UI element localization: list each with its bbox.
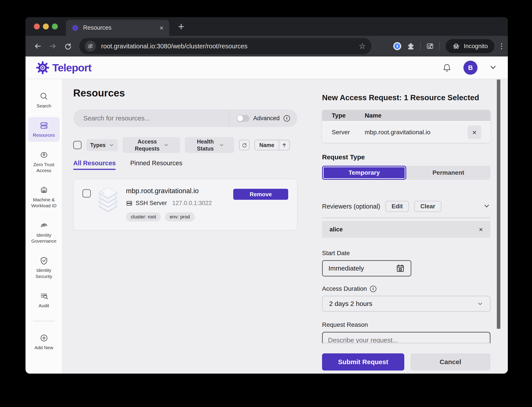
sidebar-item-label: Search — [37, 103, 51, 109]
resource-card[interactable]: mbp.root.gravitational.io SSH Server 127… — [73, 179, 297, 231]
resource-label-pill[interactable]: cluster: root — [126, 212, 161, 221]
resource-address: 127.0.0.1:3022 — [172, 200, 212, 207]
plus-circle-icon — [39, 333, 49, 343]
teleport-favicon-icon — [72, 24, 79, 31]
user-avatar[interactable]: B — [463, 61, 477, 75]
back-button[interactable] — [32, 40, 44, 52]
health-status-filter-button[interactable]: Health Status — [185, 137, 234, 153]
remove-resource-button[interactable]: Remove — [233, 189, 288, 200]
sidebar: Search Resources Zero Trust Access Machi… — [25, 79, 63, 374]
remove-reviewer-icon[interactable]: × — [479, 226, 483, 233]
desktop-background: Resources × + root.gravitational.io:3080… — [0, 0, 532, 407]
user-menu-chevron-icon[interactable] — [489, 63, 497, 72]
collapse-reviewers-chevron-icon[interactable] — [483, 202, 491, 211]
sidebar-item-machine-workload-id[interactable]: Machine & Workload ID — [28, 182, 60, 212]
reload-button[interactable] — [62, 40, 73, 52]
site-settings-icon[interactable] — [85, 41, 96, 52]
sort-by-name-button[interactable]: Name — [254, 140, 290, 150]
access-duration-info-icon[interactable]: i — [370, 286, 376, 292]
browser-menu-icon[interactable] — [500, 42, 503, 50]
resource-checkbox[interactable] — [82, 189, 91, 198]
app-body: Search Resources Zero Trust Access Machi… — [25, 79, 508, 374]
teleport-header: Teleport B — [25, 56, 508, 79]
sidebar-item-label: Audit — [39, 303, 49, 309]
start-date-input[interactable]: Immediately 12 — [322, 260, 411, 276]
access-request-title: New Access Request: 1 Resource Selected — [322, 93, 491, 102]
start-date-label: Start Date — [322, 250, 491, 257]
incognito-label: Incognito — [464, 43, 488, 50]
type-column-header: Type — [332, 112, 365, 119]
address-bar[interactable]: root.gravitational.io:3080/web/cluster/r… — [79, 38, 372, 54]
clear-reviewers-button[interactable]: Clear — [414, 201, 441, 212]
advanced-label: Advanced — [253, 115, 280, 122]
audit-log-icon — [39, 291, 49, 301]
scrollbar-thumb[interactable] — [497, 79, 500, 329]
browser-tab[interactable]: Resources × — [66, 20, 169, 36]
new-tab-button[interactable]: + — [178, 21, 184, 32]
close-window-button[interactable] — [34, 23, 40, 30]
tab-all-resources[interactable]: All Resources — [73, 160, 116, 170]
ssh-server-icon — [126, 200, 133, 207]
tab-pinned-resources[interactable]: Pinned Resources — [130, 160, 182, 170]
temporary-option[interactable]: Temporary — [322, 166, 406, 180]
edit-reviewers-button[interactable]: Edit — [385, 201, 409, 212]
sidebar-item-search[interactable]: Search — [28, 88, 60, 112]
chevron-down-icon — [219, 142, 224, 148]
submit-request-button[interactable]: Submit Request — [322, 353, 404, 370]
select-all-checkbox[interactable] — [73, 141, 82, 149]
robot-icon — [39, 185, 49, 195]
sidebar-item-audit[interactable]: Audit — [28, 288, 60, 312]
tab-close-icon[interactable]: × — [159, 24, 164, 31]
notifications-bell-icon[interactable] — [442, 63, 452, 73]
advanced-info-icon[interactable]: i — [284, 115, 290, 122]
access-duration-select[interactable]: 2 days 2 hours — [322, 296, 491, 312]
sort-ascending-icon[interactable] — [279, 142, 289, 148]
sidebar-item-identity-governance[interactable]: Identity Governance — [28, 217, 60, 248]
resource-type-cell: Server — [332, 129, 365, 136]
minimize-window-button[interactable] — [43, 23, 49, 30]
types-filter-button[interactable]: Types — [86, 139, 118, 151]
refresh-button[interactable] — [239, 140, 249, 150]
server-stack-illustration — [96, 187, 119, 212]
request-reason-input[interactable] — [323, 332, 490, 343]
table-header: Type Name — [322, 110, 491, 122]
access-duration-label: Access Duration — [322, 285, 367, 292]
tab-title: Resources — [83, 24, 111, 31]
table-row: Server mbp.root.gravitational.io × — [322, 122, 491, 143]
calendar-icon[interactable]: 12 — [396, 264, 405, 273]
svg-text:12: 12 — [399, 268, 402, 271]
extensions-puzzle-icon[interactable] — [407, 42, 414, 50]
remove-selected-resource-button[interactable]: × — [468, 125, 481, 139]
bookmark-star-icon[interactable]: ☆ — [359, 42, 366, 50]
sidebar-item-label: Identity Security — [29, 267, 59, 279]
sidebar-item-label: Machine & Workload ID — [29, 197, 59, 209]
zoom-window-button[interactable] — [52, 23, 58, 30]
reviewer-name: alice — [330, 226, 343, 233]
request-type-segmented-control: Temporary Permanent — [322, 166, 491, 180]
access-requests-filter-button[interactable]: Access Requests — [123, 137, 180, 153]
chevron-down-icon — [109, 142, 114, 148]
chevron-down-icon — [164, 142, 169, 148]
sidebar-divider — [33, 321, 55, 321]
resource-search-bar: Advanced i — [73, 110, 297, 127]
access-request-panel: New Access Request: 1 Resource Selected … — [322, 79, 491, 374]
shield-check-icon — [39, 256, 49, 266]
window-controls — [34, 23, 58, 30]
url-text[interactable]: root.gravitational.io:3080/web/cluster/r… — [101, 43, 247, 50]
advanced-search-toggle[interactable] — [237, 115, 249, 122]
search-side-panel-icon[interactable] — [426, 42, 434, 50]
sidebar-item-add-new[interactable]: Add New — [28, 330, 60, 354]
resource-label-pill[interactable]: env: prod — [165, 212, 195, 221]
sidebar-item-resources[interactable]: Resources — [28, 117, 60, 141]
forward-button[interactable] — [47, 40, 58, 52]
cancel-button[interactable]: Cancel — [410, 353, 491, 370]
search-input[interactable] — [73, 110, 229, 127]
brand-name: Teleport — [52, 62, 91, 74]
sidebar-item-zero-trust-access[interactable]: Zero Trust Access — [28, 147, 60, 177]
password-manager-extension-icon[interactable] — [393, 42, 401, 50]
keyhole-icon — [39, 150, 49, 160]
permanent-option[interactable]: Permanent — [406, 166, 491, 180]
sidebar-item-identity-security[interactable]: Identity Security — [28, 252, 60, 283]
resource-tabs: All Resources Pinned Resources — [73, 160, 297, 170]
teleport-logo[interactable]: Teleport — [36, 61, 91, 74]
